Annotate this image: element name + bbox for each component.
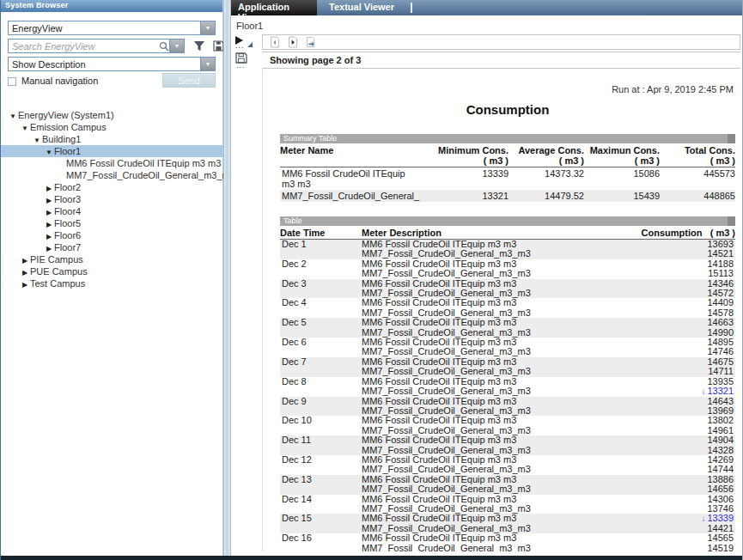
summary-table-bar: Summary Table [280, 134, 735, 143]
row-meter-description: MM6 Fossil CrudeOil ITEquip m3 m3 [362, 377, 656, 387]
system-browser-panel: System Browser EnergyView ▼ ▼ [1, 0, 223, 556]
table-row: Dec 1MM6 Fossil CrudeOil ITEquip m3 m313… [280, 240, 735, 259]
table-row: Dec 3MM6 Fossil CrudeOil ITEquip m3 m314… [280, 279, 735, 299]
manual-navigation-checkbox[interactable] [8, 77, 16, 86]
table-row: Dec 6MM6 Fossil CrudeOil ITEquip m3 m314… [280, 338, 735, 357]
tree-item-label: Floor7 [54, 242, 81, 253]
tree-item-floor1[interactable]: ▼Floor1 [1, 145, 222, 157]
tree-item-test-campus[interactable]: ▶Test Campus [1, 277, 222, 289]
table-row: Dec 10MM6 Fossil CrudeOil ITEquip m3 m31… [280, 416, 735, 435]
tree-item-label: Floor4 [54, 206, 81, 216]
export-page-icon[interactable] [306, 36, 316, 48]
tree-item-floor2[interactable]: ▶Floor2 [1, 181, 222, 193]
viewer-panel: Application Viewer Textual Viewer Floor1… [231, 0, 742, 556]
col-min: Minimum Cons.( m3 ) [433, 145, 509, 166]
report-page: Run at : Apr 9, 2019 2:45 PM Consumption… [262, 70, 740, 551]
viewer-tab-bar: Application Viewer Textual Viewer [231, 0, 742, 15]
tree-item-floor7[interactable]: ▶Floor7 [1, 241, 222, 253]
row-meter-description: MM7_Fossil_CrudeOil_General_m3_m3 [362, 465, 656, 474]
row-meter-description: MM7_Fossil_CrudeOil_General_m3_m3 [362, 367, 656, 376]
tab-textual-viewer[interactable]: Textual Viewer [329, 2, 394, 12]
tree-item-label: MM6 Fossil CrudeOil ITEquip m3 m3 [66, 158, 221, 168]
context-label: Floor1 [236, 21, 263, 31]
save-report-button[interactable]: ... [235, 52, 248, 69]
row-meter-description: MM7_Fossil_CrudeOil_General_m3_m3 [362, 524, 656, 533]
panel-title: System Browser [1, 0, 222, 12]
tree-item-floor5[interactable]: ▶Floor5 [1, 217, 222, 229]
tree-item-label: Building1 [42, 134, 81, 144]
table-row: Dec 13MM6 Fossil CrudeOil ITEquip m3 m31… [280, 475, 735, 495]
row-meter-description: MM6 Fossil CrudeOil ITEquip m3 m3 [362, 357, 656, 367]
row-meter-description: MM6 Fossil CrudeOil ITEquip m3 m3 [362, 259, 656, 269]
tab-separator [411, 3, 412, 13]
tree-item-mm6-fossil-crudeoil-itequip-m3-m3[interactable]: MM6 Fossil CrudeOil ITEquip m3 m3 [1, 157, 222, 169]
collapsed-arrow-icon[interactable]: ▶ [20, 279, 30, 291]
row-meter-description: MM6 Fossil CrudeOil ITEquip m3 m3 [362, 455, 656, 465]
tree-item-label: Floor1 [54, 146, 81, 156]
row-meter-description: MM6 Fossil CrudeOil ITEquip m3 m3 [362, 240, 656, 249]
tree-item-label: Floor6 [54, 230, 81, 240]
row-consumption-value: 14519 [656, 544, 735, 551]
next-page-icon[interactable] [288, 36, 298, 48]
view-dropdown-value: EnergyView [9, 21, 200, 34]
tree-item-label: MM7_Fossil_CrudeOil_General_m3_m3 [66, 170, 235, 180]
main-window: System Browser EnergyView ▼ ▼ [0, 0, 743, 560]
chevron-down-icon[interactable]: ▼ [169, 40, 184, 52]
row-meter-description: MM6 Fossil CrudeOil ITEquip m3 m3 [362, 514, 656, 523]
row-date: Dec 12 [280, 455, 362, 475]
tree-item-energyview-system1-[interactable]: ▼EnergyView (System1) [1, 109, 222, 121]
detail-table-header: Date Time Meter Description Consumption … [280, 227, 735, 240]
manual-navigation-label: Manual navigation [21, 76, 98, 86]
panel-splitter[interactable] [223, 0, 231, 556]
table-row: Dec 5MM6 Fossil CrudeOil ITEquip m3 m314… [280, 318, 735, 338]
search-combo: ▼ [8, 39, 185, 53]
system-tree: ▼EnergyView (System1)▼Emission Campus▼Bu… [1, 109, 222, 289]
row-meter-description: MM7_Fossil_CrudeOil_General_m3_m3 [362, 308, 656, 318]
run-report-button[interactable]: ... [235, 36, 254, 50]
col-consumption: Consumption ( m3 ) [642, 228, 735, 238]
view-dropdown[interactable]: EnergyView ▼ [8, 21, 216, 35]
row-meter-description: MM7_Fossil_CrudeOil_General_m3_m3 [362, 249, 656, 259]
col-max: Maximun Cons.( m3 ) [584, 145, 660, 166]
row-date: Dec 9 [280, 397, 362, 417]
tree-item-pue-campus[interactable]: ▶PUE Campus [1, 265, 222, 277]
tree-item-floor6[interactable]: ▶Floor6 [1, 229, 222, 241]
chevron-down-icon[interactable]: ▼ [200, 21, 215, 34]
row-date: Dec 1 [280, 240, 362, 259]
row-date: Dec 13 [280, 475, 362, 495]
tree-item-label: EnergyView (System1) [18, 110, 114, 120]
row-date: Dec 11 [280, 435, 362, 455]
tree-item-label: Emission Campus [30, 122, 107, 132]
col-avg: Average Cons.( m3 ) [509, 145, 584, 166]
search-icon[interactable] [159, 41, 169, 52]
tree-item-floor3[interactable]: ▶Floor3 [1, 193, 222, 205]
row-meter-description: MM6 Fossil CrudeOil ITEquip m3 m3 [362, 533, 656, 543]
tree-item-floor4[interactable]: ▶Floor4 [1, 205, 222, 217]
tree-item-pie-campus[interactable]: ▶PIE Campus [1, 253, 222, 265]
tree-item-building1[interactable]: ▼Building1 [1, 133, 222, 145]
search-input[interactable] [9, 40, 159, 52]
table-row: Dec 4MM6 Fossil CrudeOil ITEquip m3 m314… [280, 298, 735, 318]
row-date: Dec 2 [280, 259, 362, 279]
tree-item-label: Test Campus [30, 278, 85, 289]
ellipsis-decor: ... [235, 41, 245, 50]
col-meter-description: Meter Description [362, 228, 642, 238]
row-date: Dec 3 [280, 279, 362, 299]
send-button[interactable]: Send [162, 73, 216, 88]
tree-item-mm7-fossil-crudeoil-general-m3-m3[interactable]: MM7_Fossil_CrudeOil_General_m3_m3 [1, 169, 222, 181]
row-date: Dec 10 [280, 416, 362, 435]
row-meter-description: MM7_Fossil_CrudeOil_General_m3_m3 [362, 328, 656, 338]
table-row: Dec 12MM6 Fossil CrudeOil ITEquip m3 m31… [280, 455, 735, 475]
description-dropdown[interactable]: Show Description ▼ [8, 57, 216, 71]
chevron-down-icon[interactable]: ▼ [200, 58, 215, 70]
first-page-icon[interactable] [270, 36, 280, 48]
tree-item-label: Floor5 [54, 218, 81, 228]
row-meter-description: MM6 Fossil CrudeOil ITEquip m3 m3 [362, 279, 656, 289]
tree-item-emission-campus[interactable]: ▼Emission Campus [1, 121, 222, 133]
filter-icon[interactable] [193, 40, 205, 52]
row-date: Dec 4 [280, 298, 362, 318]
row-date: Dec 14 [280, 495, 362, 514]
tab-application-viewer[interactable]: Application Viewer [231, 0, 317, 15]
window-bottom-border [1, 556, 742, 560]
ellipsis-decor: ... [236, 61, 246, 70]
